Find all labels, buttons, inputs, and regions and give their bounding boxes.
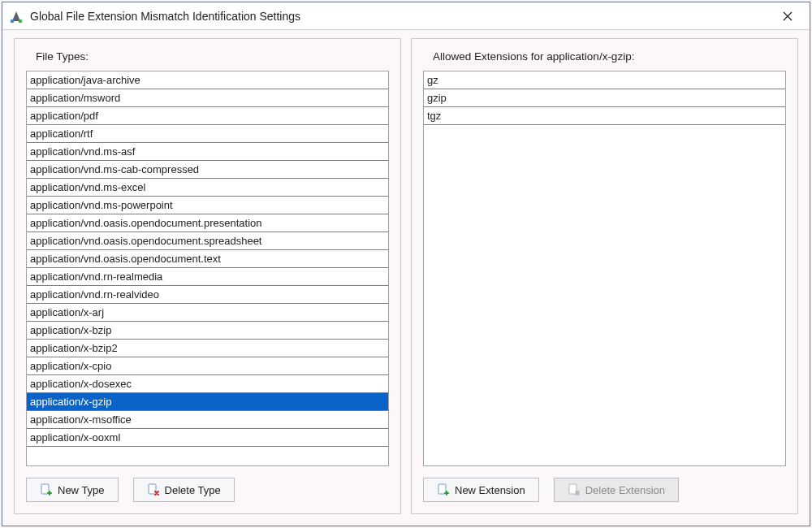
file-type-row[interactable]: application/x-cpio xyxy=(27,357,388,375)
delete-type-button[interactable]: Delete Type xyxy=(133,478,235,502)
file-type-row[interactable]: application/java-archive xyxy=(27,71,388,89)
file-type-row[interactable]: application/msword xyxy=(27,89,388,107)
file-type-row[interactable]: application/vnd.oasis.opendocument.sprea… xyxy=(27,232,388,250)
add-document-icon xyxy=(437,483,450,496)
file-type-row[interactable]: application/pdf xyxy=(27,107,388,125)
allowed-extensions-pane: Allowed Extensions for application/x-gzi… xyxy=(411,38,798,514)
file-type-row[interactable]: application/vnd.ms-excel xyxy=(27,179,388,197)
delete-extension-label: Delete Extension xyxy=(585,484,665,496)
titlebar: Global File Extension Mismatch Identific… xyxy=(2,2,810,30)
content-area: File Types: application/java-archiveappl… xyxy=(2,30,810,526)
delete-type-label: Delete Type xyxy=(165,484,221,496)
new-type-button[interactable]: New Type xyxy=(26,478,119,502)
extension-row[interactable]: tgz xyxy=(424,107,785,125)
extensions-listbox[interactable]: gzgziptgz xyxy=(423,71,786,466)
file-type-row[interactable]: application/x-gzip xyxy=(27,393,388,411)
allowed-extensions-label: Allowed Extensions for application/x-gzi… xyxy=(433,50,786,63)
file-type-row[interactable]: application/vnd.oasis.opendocument.prese… xyxy=(27,214,388,232)
delete-document-icon xyxy=(568,483,581,496)
svg-rect-6 xyxy=(575,491,579,496)
new-type-label: New Type xyxy=(58,484,105,496)
file-type-row[interactable]: application/x-dosexec xyxy=(27,375,388,393)
file-types-label: File Types: xyxy=(36,50,389,63)
file-types-pane: File Types: application/java-archiveappl… xyxy=(14,38,401,514)
file-type-row[interactable]: application/vnd.rn-realvideo xyxy=(27,286,388,304)
file-type-row[interactable]: application/x-ooxml xyxy=(27,429,388,447)
file-type-row[interactable]: application/x-msoffice xyxy=(27,411,388,429)
file-type-row[interactable]: application/x-bzip2 xyxy=(27,340,388,357)
svg-rect-3 xyxy=(149,484,156,494)
file-type-row[interactable]: application/vnd.ms-cab-compressed xyxy=(27,161,388,179)
delete-document-icon xyxy=(147,483,160,496)
close-button[interactable] xyxy=(772,5,803,28)
delete-extension-button[interactable]: Delete Extension xyxy=(554,478,679,502)
file-type-row[interactable]: application/vnd.ms-asf xyxy=(27,143,388,161)
svg-point-0 xyxy=(11,19,15,23)
file-type-row[interactable]: application/x-arj xyxy=(27,304,388,322)
add-document-icon xyxy=(40,483,53,496)
new-extension-button[interactable]: New Extension xyxy=(423,478,539,502)
settings-window: Global File Extension Mismatch Identific… xyxy=(2,2,810,526)
file-type-row[interactable]: application/vnd.ms-powerpoint xyxy=(27,197,388,214)
file-type-row[interactable]: application/vnd.oasis.opendocument.text xyxy=(27,250,388,268)
svg-point-1 xyxy=(19,19,23,23)
window-title: Global File Extension Mismatch Identific… xyxy=(30,10,772,23)
new-extension-label: New Extension xyxy=(455,484,525,496)
app-icon xyxy=(9,9,24,24)
file-types-listbox[interactable]: application/java-archiveapplication/mswo… xyxy=(26,71,389,466)
extension-row[interactable]: gzip xyxy=(424,89,785,107)
extension-row[interactable]: gz xyxy=(424,71,785,89)
file-type-row[interactable]: application/rtf xyxy=(27,125,388,143)
file-type-row[interactable]: application/x-bzip xyxy=(27,322,388,340)
file-type-row[interactable]: application/vnd.rn-realmedia xyxy=(27,268,388,286)
